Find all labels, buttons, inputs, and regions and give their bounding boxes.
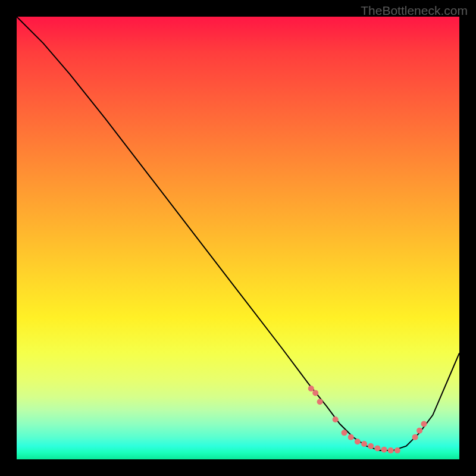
data-point (412, 434, 418, 440)
data-point (416, 428, 422, 434)
data-point (348, 434, 354, 440)
data-point (368, 443, 374, 449)
data-point (381, 447, 387, 453)
data-point (361, 441, 367, 447)
data-point (388, 447, 394, 453)
data-point (374, 445, 380, 451)
data-point (355, 439, 361, 444)
curve-group (17, 17, 459, 450)
data-point (394, 447, 400, 453)
watermark-text: TheBottleneck.com (361, 4, 468, 18)
chart-svg (17, 17, 459, 459)
data-point (312, 390, 318, 396)
data-point (333, 416, 339, 422)
bottleneck-curve-line (17, 17, 459, 450)
chart-area (17, 17, 459, 459)
data-point (342, 430, 347, 436)
data-point (317, 399, 323, 405)
data-point (421, 421, 427, 427)
data-point (308, 386, 314, 392)
